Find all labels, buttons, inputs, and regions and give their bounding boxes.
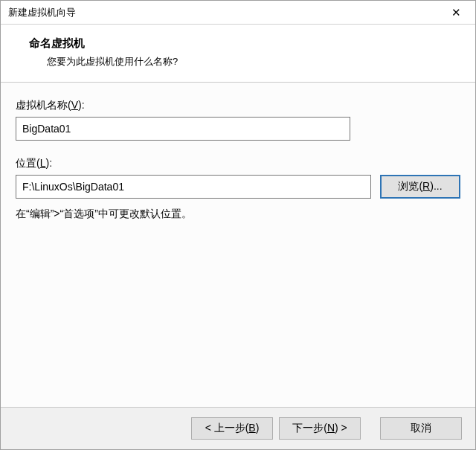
window-title: 新建虚拟机向导 (8, 6, 76, 19)
close-button[interactable]: ✕ (441, 2, 471, 23)
wizard-window: 新建虚拟机向导 ✕ 命名虚拟机 您要为此虚拟机使用什么名称? 虚拟机名称(V):… (0, 0, 476, 450)
location-input[interactable] (16, 175, 371, 199)
next-button[interactable]: 下一步(N) > (279, 417, 361, 440)
browse-button[interactable]: 浏览(R)... (380, 175, 460, 199)
back-button[interactable]: < 上一步(B) (191, 417, 273, 440)
wizard-content: 虚拟机名称(V): 位置(L): 浏览(R)... 在“编辑”>“首选项”中可更… (1, 82, 475, 408)
vm-name-input[interactable] (16, 117, 350, 141)
location-row: 浏览(R)... (16, 175, 460, 199)
hint-text: 在“编辑”>“首选项”中可更改默认位置。 (16, 208, 460, 221)
vm-name-label: 虚拟机名称(V): (16, 99, 460, 112)
titlebar: 新建虚拟机向导 ✕ (1, 1, 475, 25)
wizard-footer: < 上一步(B) 下一步(N) > 取消 (1, 408, 475, 449)
wizard-header: 命名虚拟机 您要为此虚拟机使用什么名称? (1, 25, 475, 82)
close-icon: ✕ (451, 6, 461, 19)
location-label: 位置(L): (16, 157, 460, 170)
page-subtitle: 您要为此虚拟机使用什么名称? (29, 55, 460, 68)
page-title: 命名虚拟机 (29, 36, 460, 51)
cancel-button[interactable]: 取消 (380, 417, 462, 440)
